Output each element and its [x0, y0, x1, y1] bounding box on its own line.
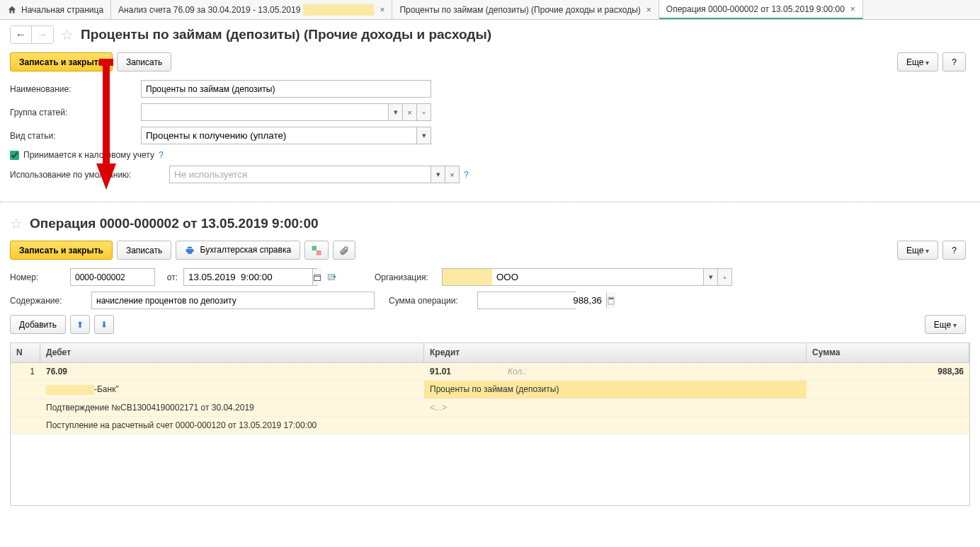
tab-analysis[interactable]: Анализ счета 76.09 за 30.04.2019 - 13.05… — [111, 0, 392, 19]
kind-input[interactable] — [142, 127, 416, 144]
calendar-icon[interactable] — [326, 272, 338, 282]
date-input[interactable] — [184, 269, 312, 285]
entries-grid: N Дебет Кредит Сумма 1 76.09 91.01 Кол.:… — [10, 342, 970, 506]
calculator-button[interactable] — [606, 292, 615, 309]
clear-button[interactable]: × — [402, 104, 416, 120]
help-icon[interactable]: ? — [159, 150, 164, 160]
redacted-block — [443, 269, 492, 285]
add-button[interactable]: Добавить — [10, 315, 66, 334]
tab-home[interactable]: Начальная страница — [0, 0, 111, 19]
write-button[interactable]: Записать — [117, 52, 171, 71]
printer-icon — [185, 246, 195, 255]
more-button[interactable]: Еще — [897, 52, 938, 71]
svg-rect-3 — [314, 275, 321, 280]
page-title-2: Операция 0000-000002 от 13.05.2019 9:00:… — [30, 216, 319, 231]
group-input[interactable] — [142, 104, 388, 120]
close-icon[interactable]: × — [380, 5, 384, 15]
cell-debit-receipt[interactable]: Поступление на расчетный счет 0000-00012… — [40, 417, 424, 434]
help-button[interactable]: ? — [942, 52, 966, 71]
more-button-2[interactable]: Еще — [897, 241, 938, 260]
number-input[interactable] — [70, 268, 155, 286]
table-row[interactable]: 1 76.09 91.01 Кол.: 988,36 — [11, 363, 969, 381]
cell-n: 1 — [11, 363, 40, 381]
cell-debit-acct[interactable]: 76.09 — [40, 363, 168, 381]
label-number: Номер: — [10, 272, 70, 282]
label-opsum: Сумма операции: — [389, 296, 477, 306]
write-close-button[interactable]: Записать и закрыть — [10, 52, 113, 71]
tab-bar: Начальная страница Анализ счета 76.09 за… — [0, 0, 980, 20]
star-icon[interactable]: ☆ — [61, 26, 74, 43]
cell-debit-bank[interactable]: -Банк" — [40, 381, 424, 399]
col-header-sum[interactable]: Сумма — [807, 343, 969, 362]
cell-credit-acct[interactable]: 91.01 — [424, 363, 502, 381]
dropdown-button[interactable]: ▾ — [388, 104, 402, 120]
dt-kt-button[interactable] — [304, 241, 329, 260]
cell-sum: 988,36 — [807, 363, 969, 381]
redacted-block — [46, 385, 94, 395]
help-icon[interactable]: ? — [464, 170, 469, 180]
svg-rect-1 — [312, 246, 316, 250]
move-up-button[interactable]: ⬆ — [70, 315, 90, 334]
nav-back-button[interactable]: ← — [11, 26, 32, 43]
move-down-button[interactable]: ⬇ — [94, 315, 114, 334]
dropdown-button[interactable]: ▾ — [703, 269, 717, 285]
open-button[interactable]: ▫ — [717, 269, 731, 285]
tab-label: Анализ счета 76.09 за 30.04.2019 - 13.05… — [118, 5, 300, 15]
nav-arrows: ← → — [10, 25, 54, 44]
write-button-2[interactable]: Записать — [117, 241, 171, 260]
star-icon[interactable]: ☆ — [10, 215, 23, 232]
col-header-n[interactable]: N — [11, 343, 40, 362]
accounting-ref-button[interactable]: Бухгалтерская справка — [176, 241, 300, 260]
org-input[interactable] — [492, 269, 703, 285]
svg-rect-6 — [609, 298, 613, 299]
tab-interest[interactable]: Проценты по займам (депозиты) (Прочие до… — [392, 0, 659, 19]
close-icon[interactable]: × — [646, 5, 651, 15]
home-icon — [7, 5, 17, 15]
cell-credit-desc[interactable]: Проценты по займам (депозиты) — [424, 381, 807, 399]
more-button-3[interactable]: Еще — [925, 315, 966, 334]
label-from: от: — [155, 272, 183, 282]
default-input[interactable] — [170, 166, 431, 183]
label-content: Содержание: — [10, 296, 91, 306]
content-input[interactable] — [91, 292, 375, 309]
divider — [0, 202, 980, 202]
col-header-debit[interactable]: Дебет — [40, 343, 424, 362]
tab-label: Операция 0000-000002 от 13.05.2019 9:00:… — [666, 4, 845, 14]
opsum-input[interactable] — [478, 292, 606, 309]
tab-label: Проценты по займам (депозиты) (Прочие до… — [399, 5, 640, 15]
cell-credit-placeholder[interactable]: <...> — [424, 399, 807, 417]
tab-label: Начальная страница — [21, 5, 103, 15]
attachment-button[interactable] — [333, 241, 355, 260]
table-row[interactable]: Поступление на расчетный счет 0000-00012… — [11, 417, 969, 434]
open-button[interactable]: ▫ — [416, 104, 431, 120]
redacted-block — [303, 4, 374, 16]
clear-button[interactable]: × — [445, 166, 459, 183]
label-tax: Принимается к налоговому учету — [23, 150, 154, 160]
tax-checkbox[interactable] — [10, 151, 19, 160]
cell-debit-conf[interactable]: Подтверждение №СВ13004190002171 от 30.04… — [40, 399, 424, 417]
table-row[interactable]: Подтверждение №СВ13004190002171 от 30.04… — [11, 399, 969, 417]
page-title: Проценты по займам (депозиты) (Прочие до… — [81, 27, 491, 42]
close-icon[interactable]: × — [850, 4, 855, 14]
label-default: Использование по умолчанию: — [10, 170, 169, 180]
table-row[interactable]: -Банк" Проценты по займам (депозиты) — [11, 381, 969, 399]
col-header-credit[interactable]: Кредит — [424, 343, 807, 362]
write-close-button-2[interactable]: Записать и закрыть — [10, 241, 113, 260]
svg-rect-2 — [317, 251, 321, 254]
dropdown-button[interactable]: ▾ — [416, 127, 431, 144]
name-input[interactable] — [141, 80, 431, 98]
svg-rect-4 — [328, 274, 334, 280]
dropdown-button[interactable]: ▾ — [431, 166, 445, 183]
cell-qty: Кол.: — [502, 363, 807, 381]
label-kind: Вид статьи: — [10, 131, 141, 141]
tab-operation[interactable]: Операция 0000-000002 от 13.05.2019 9:00:… — [659, 0, 863, 19]
calendar-button[interactable] — [312, 269, 321, 285]
label-name: Наименование: — [10, 84, 141, 94]
label-group: Группа статей: — [10, 108, 141, 117]
label-org: Организация: — [375, 272, 442, 282]
help-button-2[interactable]: ? — [942, 241, 966, 260]
nav-forward-button[interactable]: → — [32, 26, 53, 43]
